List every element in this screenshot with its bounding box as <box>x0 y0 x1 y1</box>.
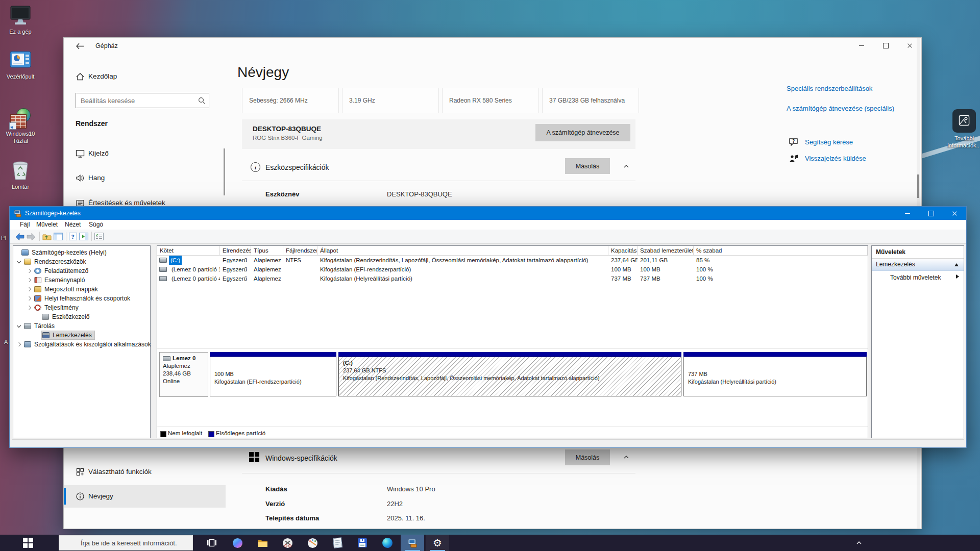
back-button[interactable] <box>15 232 25 241</box>
tree-item-disk-management[interactable]: Lemezkezelés <box>13 331 150 340</box>
settings-titlebar[interactable]: Gépház <box>64 38 921 54</box>
sidebar-item-optional-features[interactable]: Választható funkciók <box>88 468 152 475</box>
backup-app-button[interactable] <box>351 535 374 551</box>
snipping-tool-button[interactable] <box>276 535 299 551</box>
tree-item-shared-folders[interactable]: Megosztott mappák <box>13 285 150 294</box>
expand-chevron[interactable] <box>17 259 21 263</box>
submenu-triangle-icon <box>956 274 959 279</box>
sidebar-item-display[interactable]: Kijelző <box>88 149 109 157</box>
tree-item-storage[interactable]: Tárolás <box>13 321 150 331</box>
volume-row-partition4[interactable]: (Lemez 0 partíció 4) Egyszerű Alaplemez … <box>157 274 868 283</box>
sidebar-item-about[interactable]: Névjegy <box>88 492 113 500</box>
desktop-icon-this-pc[interactable]: Ez a gép <box>1 3 40 35</box>
tree-item-device-manager[interactable]: Eszközkezelő <box>13 312 150 321</box>
edge-button[interactable] <box>376 535 399 551</box>
expand-chevron[interactable] <box>27 278 31 282</box>
expand-chevron[interactable] <box>27 269 31 273</box>
disk0-info-box[interactable]: Lemez 0 Alaplemez 238,46 GB Online <box>159 352 208 397</box>
taskbar-search-input[interactable] <box>59 535 193 550</box>
tree-item-task-scheduler[interactable]: Feladatütemező <box>13 266 150 276</box>
close-button[interactable] <box>943 207 966 220</box>
partition-recovery[interactable]: 737 MB Kifogástalan (Helyreállítási part… <box>683 357 867 396</box>
link-rename-pc-advanced[interactable]: A számítógép átnevezése (speciális) <box>787 105 894 112</box>
volume-row-c[interactable]: (C:) Egyszerű Alaplemez NTFS Kifogástala… <box>157 256 868 265</box>
version-label: Verzió <box>265 500 285 508</box>
file-explorer-button[interactable] <box>251 535 274 551</box>
sidebar-item-home[interactable]: Kezdőlap <box>88 72 117 80</box>
link-advanced-system-settings[interactable]: Speciális rendszerbeállítások <box>787 85 872 92</box>
paint-button[interactable] <box>301 535 324 551</box>
link-get-help[interactable]: Segítség kérése <box>805 138 853 146</box>
menu-action[interactable]: Művelet <box>36 221 58 228</box>
tree-item-event-viewer[interactable]: Eseménynapló <box>13 276 150 285</box>
copilot-button[interactable] <box>226 535 249 551</box>
copy-windows-spec-button[interactable]: Másolás <box>565 449 610 465</box>
partition-efi[interactable]: 100 MB Kifogástalan (EFI-rendszerpartíci… <box>210 357 336 396</box>
back-button[interactable] <box>71 39 88 53</box>
col-layout[interactable]: Elrendezés <box>220 246 251 255</box>
tray-overflow-button[interactable] <box>851 535 867 551</box>
maximize-button[interactable] <box>919 207 943 220</box>
menu-view[interactable]: Nézet <box>65 221 81 228</box>
show-action-pane-button[interactable] <box>79 232 88 241</box>
card-text: Sebesség: 2666 MHz <box>249 97 308 104</box>
forward-button[interactable] <box>26 232 36 241</box>
col-filesystem[interactable]: Fájlrendszer <box>283 246 317 255</box>
sidebar-item-sound[interactable]: Hang <box>88 174 105 182</box>
desktop-icon-more-info[interactable]: További információk... <box>941 109 980 149</box>
disk-name: Lemez 0 <box>173 355 195 362</box>
link-send-feedback[interactable]: Visszajelzés küldése <box>805 155 866 162</box>
task-view-button[interactable] <box>200 535 224 551</box>
actions-group-disk-management[interactable]: Lemezkezelés <box>872 259 964 271</box>
tree-item-local-users-groups[interactable]: Helyi felhasználók és csoportok <box>13 294 150 303</box>
col-pct-free[interactable]: % szabad <box>694 246 722 255</box>
shortcut-arrow-icon <box>9 122 16 130</box>
minimize-button[interactable] <box>896 207 919 220</box>
collapse-chevron-icon[interactable] <box>623 454 629 460</box>
expand-chevron[interactable] <box>17 323 21 327</box>
expand-chevron[interactable] <box>27 306 31 310</box>
cell-status: Kifogástalan (EFI-rendszerpartíció) <box>317 265 608 274</box>
menu-file[interactable]: Fájl <box>20 221 30 228</box>
expand-chevron[interactable] <box>27 287 31 291</box>
col-capacity[interactable]: Kapacitás <box>608 246 638 255</box>
up-folder-button[interactable] <box>42 232 52 241</box>
col-status[interactable]: Állapot <box>317 246 608 255</box>
tree-item-performance[interactable]: Teljesítmény <box>13 303 150 312</box>
actions-more[interactable]: További műveletek <box>872 271 964 284</box>
sidebar-item-notifications[interactable]: Értesítések és műveletek <box>88 199 165 207</box>
show-console-tree-button[interactable] <box>54 232 63 241</box>
menu-help[interactable]: Súgó <box>89 221 103 228</box>
computer-management-taskbar-button[interactable] <box>401 535 424 551</box>
col-volume[interactable]: Kötet <box>157 246 220 255</box>
card-text: 3.19 GHz <box>349 97 375 104</box>
col-free-space[interactable]: Szabad lemezterület <box>638 246 694 255</box>
tree-item-root[interactable]: Számítógép-kezelés (Helyi) <box>13 248 150 257</box>
properties-list-button[interactable] <box>94 232 104 241</box>
pane-splitter[interactable] <box>157 348 868 348</box>
desktop-icon-recycle-bin[interactable]: Lomtár <box>1 157 40 190</box>
minimize-button[interactable] <box>850 38 873 53</box>
sidebar-scrollbar[interactable] <box>224 148 225 195</box>
partition-c-selected[interactable]: (C:) 237,64 GB NTFS Kifogástalan (Rendsz… <box>338 357 681 396</box>
settings-taskbar-button[interactable]: ⚙ <box>426 535 449 551</box>
expand-chevron[interactable] <box>27 296 31 300</box>
desktop-icon-label: Ez a gép <box>1 28 40 35</box>
tree-item-system-tools[interactable]: Rendszereszközök <box>13 257 150 266</box>
cm-titlebar[interactable]: Számítógép-kezelés <box>10 207 966 220</box>
settings-search-input[interactable] <box>76 93 209 108</box>
help-button[interactable]: ? <box>69 232 77 241</box>
desktop-icon-firewall[interactable]: Windows10 Tűzfal <box>1 108 40 144</box>
collapse-chevron-icon[interactable] <box>623 163 629 169</box>
tree-item-services-applications[interactable]: Szolgáltatások és kiszolgálói alkalmazás… <box>13 340 150 349</box>
col-type[interactable]: Típus <box>251 246 283 255</box>
volume-row-partition1[interactable]: (Lemez 0 partíció 1) Egyszerű Alaplemez … <box>157 265 868 274</box>
firewall-icon <box>10 108 31 129</box>
copy-device-spec-button[interactable]: Másolás <box>565 158 610 174</box>
maximize-button[interactable] <box>874 38 897 53</box>
start-button[interactable] <box>10 535 46 551</box>
expand-chevron[interactable] <box>17 342 21 346</box>
rename-pc-button[interactable]: A számítógép átnevezése <box>535 124 630 141</box>
desktop-icon-control-panel[interactable]: Vezérlőpult <box>1 48 40 80</box>
notepad-button[interactable] <box>326 535 349 551</box>
